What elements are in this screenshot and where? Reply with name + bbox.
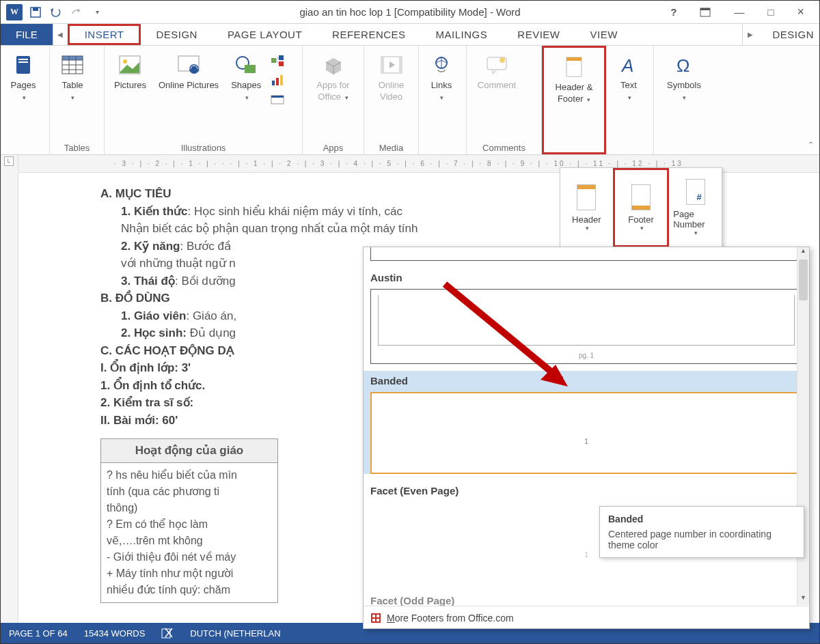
illustrations-group-label: Illustrations (110, 140, 297, 154)
tab-file[interactable]: FILE (1, 24, 53, 45)
status-language[interactable]: DUTCH (NETHERLAN (190, 628, 280, 639)
svg-line-24 (276, 61, 279, 64)
tab-view[interactable]: VIEW (575, 24, 632, 45)
shapes-label: Shapes (231, 80, 261, 90)
comment-icon (484, 53, 509, 77)
online-pictures-button[interactable]: Online Pictures (154, 50, 223, 94)
page-number-option-icon: # (686, 179, 705, 205)
svg-rect-13 (62, 56, 83, 60)
status-proofing-icon[interactable] (161, 628, 174, 639)
header-dropdown-button[interactable]: Header ▾ (560, 168, 613, 247)
status-words[interactable]: 15434 WORDS (84, 628, 146, 639)
footer-option-label: Footer (628, 214, 654, 225)
tab-design-contextual[interactable]: DESIGN (757, 24, 819, 45)
qat-customize-icon[interactable]: ▾ (90, 5, 105, 20)
comment-label: Comment (478, 80, 516, 92)
online-video-label: Online Video (374, 80, 409, 103)
header-footer-button[interactable]: Header & Footer ▾ (549, 52, 599, 108)
online-video-button[interactable]: Online Video (370, 50, 413, 106)
page-number-dropdown-button[interactable]: # Page Number ▾ (669, 168, 722, 247)
minimize-icon[interactable]: — (727, 5, 751, 19)
undo-icon[interactable] (49, 5, 64, 20)
word-app-icon: W (6, 4, 23, 20)
header-footer-icon (562, 55, 586, 79)
svg-rect-45 (372, 619, 375, 621)
online-pictures-icon (176, 53, 201, 77)
table-header: Hoạt động của giáo (101, 439, 277, 463)
apps-icon (321, 53, 346, 77)
svg-rect-5 (18, 59, 28, 60)
gallery-item-austin[interactable]: Austin pg. 1 (364, 247, 809, 364)
footer-gallery: Austin pg. 1 Banded 1 Facet (Even Page) … (363, 247, 810, 629)
screenshot-icon[interactable] (269, 91, 286, 107)
save-icon[interactable] (28, 5, 43, 20)
pages-button[interactable]: Pages▾ (6, 50, 40, 106)
comments-group-label: Comments (472, 140, 536, 154)
close-icon[interactable]: × (790, 3, 811, 20)
gallery-more-footers[interactable]: More Footers from Office.com (364, 606, 809, 629)
tab-design[interactable]: DESIGN (141, 24, 213, 45)
table-button[interactable]: Table▾ (55, 50, 90, 106)
chart-icon[interactable] (269, 72, 286, 88)
shapes-button[interactable]: Shapes▾ (227, 50, 265, 106)
help-icon[interactable]: ? (664, 5, 683, 19)
svg-text:A: A (620, 55, 633, 74)
maximize-icon[interactable]: □ (761, 5, 780, 19)
media-group-label: Media (370, 140, 413, 154)
text-button[interactable]: A Text▾ (612, 50, 646, 106)
footer-dropdown-button[interactable]: Footer ▾ (613, 168, 670, 247)
ribbon: Pages▾ Table▾ Tables Pictures Online Pic… (1, 46, 819, 155)
vertical-ruler: L (1, 155, 18, 623)
scroll-down-icon[interactable]: ▼ (797, 594, 809, 605)
pages-icon (11, 53, 36, 77)
symbols-icon: Ω (672, 53, 696, 77)
window-title: giao an tin hoc lop 1 [Compatibility Mod… (299, 6, 520, 18)
scroll-thumb[interactable] (799, 260, 808, 300)
status-page[interactable]: PAGE 1 OF 64 (9, 628, 68, 639)
apps-for-office-button[interactable]: Apps for Office ▾ (308, 50, 358, 106)
tab-scroll-right-icon[interactable]: ▶ (742, 24, 757, 45)
pictures-button[interactable]: Pictures (110, 50, 150, 94)
svg-text:Ω: Ω (676, 55, 689, 74)
tab-mailings[interactable]: MAILINGS (421, 24, 503, 45)
symbols-label: Symbols (667, 80, 701, 90)
svg-rect-25 (272, 81, 275, 85)
tooltip-description: Centered page number in coordinating the… (608, 529, 795, 550)
gallery-more-label: ore Footers from Office.com (395, 613, 514, 624)
comment-button[interactable]: Comment (472, 50, 521, 94)
gallery-austin-label: Austin (364, 268, 809, 288)
ribbon-tab-bar: FILE ◀ INSERT DESIGN PAGE LAYOUT REFEREN… (1, 24, 819, 46)
tables-group-label: Tables (55, 140, 98, 154)
svg-rect-3 (700, 8, 710, 10)
symbols-button[interactable]: Ω Symbols▾ (659, 50, 709, 106)
svg-rect-22 (279, 61, 284, 66)
smartart-icon[interactable] (269, 53, 286, 69)
online-video-icon (379, 53, 404, 77)
svg-rect-32 (381, 57, 384, 73)
tab-scroll-left-icon[interactable]: ◀ (53, 24, 68, 45)
pictures-label: Pictures (114, 80, 146, 92)
page-number-option-label: Page Number (673, 209, 718, 229)
svg-point-15 (123, 59, 127, 64)
gallery-item-facet-odd[interactable]: Facet (Odd Page) (364, 591, 809, 606)
links-button[interactable]: Links▾ (424, 50, 459, 106)
gallery-item-banded[interactable]: Banded 1 (364, 371, 809, 474)
redo-icon[interactable] (69, 5, 84, 20)
svg-rect-1 (33, 8, 38, 11)
tab-insert[interactable]: INSERT (68, 24, 141, 45)
tab-review[interactable]: REVIEW (502, 24, 575, 45)
title-bar: W ▾ giao an tin hoc lop 1 [Compatibility… (1, 1, 819, 24)
ribbon-display-icon[interactable] (693, 6, 718, 18)
doc-heading-a: A. MỤC TIÊU (100, 187, 172, 200)
gallery-facet-even-label: Facet (Even Page) (364, 481, 809, 501)
header-option-label: Header (572, 214, 601, 225)
svg-line-23 (276, 57, 279, 60)
office-icon (370, 613, 381, 624)
scroll-up-icon[interactable]: ▲ (797, 247, 809, 258)
tab-page-layout[interactable]: PAGE LAYOUT (213, 24, 317, 45)
tab-selector-icon[interactable]: L (4, 156, 14, 166)
tab-references[interactable]: REFERENCES (317, 24, 421, 45)
links-label: Links (431, 80, 452, 90)
collapse-ribbon-icon[interactable]: ˆ (809, 141, 812, 152)
svg-rect-46 (377, 619, 379, 621)
